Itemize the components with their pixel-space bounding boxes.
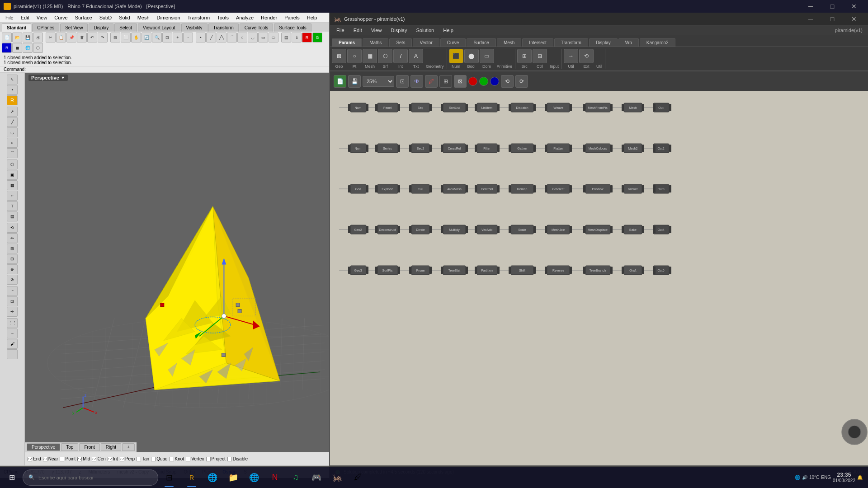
menu-tools[interactable]: Tools [213,14,232,21]
gh-tab-kangaroo2[interactable]: Kangaroo2 [640,38,675,47]
snap-end-cb[interactable]: ✓ [28,457,32,461]
tab-surface-tools[interactable]: Surface Tools [274,23,311,32]
taskbar-app-spotify[interactable]: ♫ [286,468,306,488]
menu-analyze[interactable]: Analyze [232,14,257,21]
gh-tab-surface[interactable]: Surface [467,38,495,47]
gh-ribbon-btn-4[interactable]: ⬡ [378,49,392,63]
side-split[interactable]: ⊘ [7,275,18,285]
vp-tab-top[interactable]: Top [61,443,78,451]
tb-arc[interactable]: ◡ [248,33,258,42]
tb-new[interactable]: 📄 [2,33,12,42]
side-transform[interactable]: ⟲ [7,223,18,233]
tb-select-window[interactable]: ⬜ [121,33,131,42]
tab-select[interactable]: Select [114,23,137,32]
gh-tab-transform[interactable]: Transform [554,38,588,47]
taskbar-app-wacom[interactable]: 🖊 [348,468,368,488]
snap-knot-cb[interactable] [170,457,174,461]
gh-tb2-color-r[interactable] [468,77,477,86]
tb-circle[interactable]: ○ [237,33,247,42]
side-array[interactable]: ⊟ [7,254,18,264]
snap-mid-cb[interactable]: ✓ [77,457,82,461]
tb-open[interactable]: 📂 [12,33,22,42]
snap-perp[interactable]: ✓Perp [120,456,135,461]
gh-tab-params[interactable]: Params [332,38,362,47]
menu-view[interactable]: View [33,14,51,21]
gh-ribbon-prim-btn-3[interactable]: ▭ [480,49,494,63]
tb-rendered[interactable]: 🌐 [23,43,33,53]
gh-tb2-zoom-extents2[interactable]: ⊠ [454,75,467,88]
gh-tab-intersect[interactable]: Intersect [522,38,553,47]
menu-surface[interactable]: Surface [71,14,96,21]
snap-cen[interactable]: ✓Cen [92,456,105,461]
tb-wireframe[interactable]: ⬡ [33,43,43,53]
gh-tab-display[interactable]: Display [589,38,618,47]
snap-disable[interactable]: Disable [227,456,248,461]
snap-tan-cb[interactable] [137,457,141,461]
minimize-button[interactable]: ─ [800,0,821,13]
tb-select-all[interactable]: ⊞ [110,33,120,42]
tab-transform[interactable]: Transform [208,23,239,32]
side-freeform[interactable]: ⌒ [7,148,18,158]
gh-tab-mesh[interactable]: Mesh [497,38,521,47]
side-hatch[interactable]: ▤ [7,211,18,221]
snap-point[interactable]: Point [60,456,75,461]
side-boolean[interactable]: ⊕ [7,264,18,274]
tb-copy[interactable]: 📋 [56,33,66,42]
vp-tab-perspective[interactable]: Perspective [27,443,60,451]
menu-dimension[interactable]: Dimension [153,14,184,21]
gh-tab-vector[interactable]: Vector [413,38,439,47]
tb-zoom[interactable]: 🔍 [152,33,162,42]
tb-layer[interactable]: ▤ [281,33,291,42]
tb-properties[interactable]: ℹ [292,33,302,42]
gh-ribbon-btn-5[interactable]: 7 [393,49,408,63]
side-select-tool[interactable]: ↖ [7,75,18,84]
side-gumball[interactable]: ✛ [7,307,18,317]
gh-tb2-zoom-area[interactable]: ⊞ [439,75,452,88]
snap-cen-cb[interactable]: ✓ [92,457,96,461]
taskbar-search[interactable]: 🔍 [23,469,158,486]
taskbar-taskview[interactable]: ⊟ [159,468,179,488]
snap-project[interactable]: Project [206,456,226,461]
gh-zoom-select[interactable]: 25% 50% 100% 200% [363,76,394,87]
gh-menu-view[interactable]: View [367,27,387,34]
menu-file[interactable]: File [2,14,17,21]
gh-ribbon-util-btn-2[interactable]: ⟲ [579,49,594,63]
side-text[interactable]: T [7,201,18,211]
snap-tan[interactable]: Tan [137,456,149,461]
tb-polyline[interactable]: ╱╲ [217,33,226,42]
vp-tab-right[interactable]: Right [101,443,121,451]
tb-rotate[interactable]: 🔄 [142,33,151,42]
gh-maximize-button[interactable]: □ [822,13,843,25]
gh-ribbon-prim-btn-1[interactable]: ⬛ [449,49,463,63]
tb-color-b[interactable]: B [2,43,12,53]
tb-undo[interactable]: ↶ [87,33,97,42]
tb-ellipse[interactable]: ⬭ [269,33,278,42]
tab-viewport-layout[interactable]: Viewport Layout [138,23,180,32]
menu-transform[interactable]: Transform [184,14,214,21]
taskbar-app-steam[interactable]: 🎮 [307,468,326,488]
snap-mid[interactable]: ✓Mid [77,456,90,461]
side-paint[interactable]: 🖌 [7,339,18,349]
snap-project-cb[interactable] [206,457,211,461]
tb-point[interactable]: • [196,33,206,42]
close-button[interactable]: ✕ [844,0,864,13]
snap-knot[interactable]: Knot [170,456,184,461]
gh-ribbon-btn-1[interactable]: ⊠ [332,49,346,63]
taskbar-app-gh[interactable]: 🦗 [327,468,347,488]
gh-tb2-save[interactable]: 💾 [348,75,361,88]
taskbar-search-input[interactable] [38,475,152,480]
gh-menu-help[interactable]: Help [439,27,458,34]
side-mirror[interactable]: ⇔ [7,233,18,243]
gh-menu-file[interactable]: File [332,27,349,34]
gh-minimize-button[interactable]: ─ [800,13,821,25]
vp-tab-add[interactable]: + [122,443,135,451]
taskbar-notification-icon[interactable]: 🔔 [857,475,863,480]
tb-shaded[interactable]: ◼ [12,43,22,53]
gh-canvas[interactable]: Num Panel Seq [330,91,868,465]
gh-tb2-extra-1[interactable]: ⟲ [501,75,514,88]
snap-end[interactable]: ✓End [28,456,41,461]
side-mesh-create[interactable]: ▦ [7,180,18,190]
side-point-tool[interactable]: • [7,85,18,95]
snap-perp-cb[interactable]: ✓ [120,457,124,461]
menu-subd[interactable]: SubD [96,14,116,21]
